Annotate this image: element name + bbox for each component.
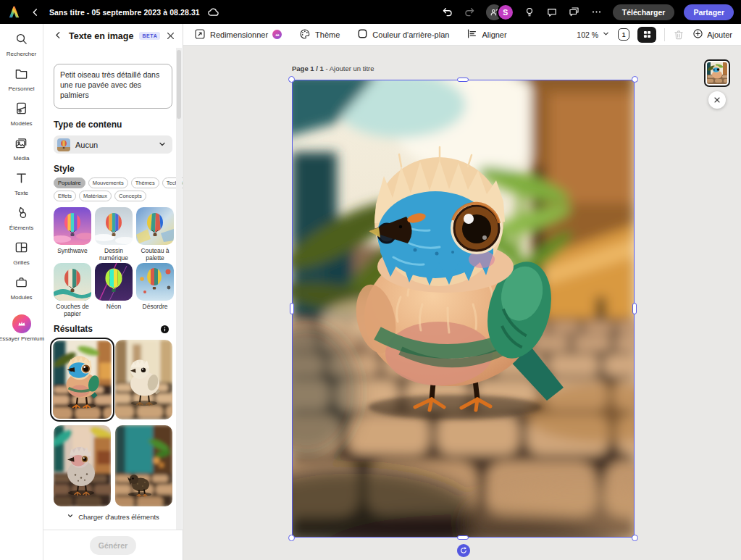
back-icon[interactable] <box>29 6 42 19</box>
pages-view-toggle[interactable] <box>637 27 656 43</box>
scrollbar-thumb[interactable] <box>177 50 181 119</box>
sidebar-item-modeles[interactable]: Modèles <box>0 101 43 127</box>
lightbulb-icon[interactable] <box>523 6 536 19</box>
sidebar-item-grilles[interactable]: Grilles <box>0 241 43 266</box>
panel-content: Petit oiseau très détaillé dans une rue … <box>43 48 183 530</box>
style-card-couches-de-papier[interactable]: Couches de papier <box>54 263 91 317</box>
sidebar-item-rechercher[interactable]: Rechercher <box>0 32 43 57</box>
rotate-icon <box>459 546 468 555</box>
zoom-control[interactable]: 102 % <box>577 30 610 39</box>
generate-button[interactable]: Générer <box>90 536 136 555</box>
undo-icon[interactable] <box>441 6 454 19</box>
theme-button[interactable]: Thème <box>299 28 340 41</box>
page-thumbnail-image <box>707 62 727 84</box>
content-type-dropdown[interactable]: Aucun <box>54 135 172 154</box>
templates-icon <box>14 101 28 118</box>
result-thumbnail-3[interactable] <box>54 425 111 506</box>
result-thumbnail-4[interactable] <box>115 425 172 506</box>
selection-handle-right[interactable] <box>632 303 637 314</box>
style-chip-effets[interactable]: Effets <box>54 191 76 201</box>
sidebar-item-texte[interactable]: Texte <box>0 171 43 196</box>
sidebar-item-elements[interactable]: Éléments <box>0 206 43 231</box>
close-icon <box>713 93 721 106</box>
sidebar-item-media[interactable]: Média <box>0 136 43 162</box>
style-chip-concepts[interactable]: Concepts <box>114 191 146 201</box>
style-card-desordre[interactable]: Désordre <box>136 263 174 317</box>
rotate-handle[interactable] <box>457 544 470 557</box>
add-button[interactable]: Ajouter <box>692 28 732 41</box>
plus-circle-icon <box>692 28 703 41</box>
style-thumbnail <box>136 207 174 245</box>
selection-handle-left[interactable] <box>290 303 294 314</box>
palette-icon <box>299 28 311 41</box>
results-label: Résultats <box>54 324 93 334</box>
chevron-down-icon <box>602 30 610 39</box>
prompt-input[interactable]: Petit oiseau très détaillé dans une rue … <box>54 64 172 109</box>
trash-icon[interactable] <box>673 29 685 41</box>
load-more-link[interactable]: Charger d'autres éléments <box>43 512 183 521</box>
text-icon <box>14 171 28 188</box>
content-type-label: Type de contenu <box>54 120 122 130</box>
style-thumbnail <box>136 263 174 301</box>
download-button[interactable]: Télécharger <box>613 4 675 20</box>
style-chip-materiaux[interactable]: Matériaux <box>79 191 112 201</box>
style-chip-populaire[interactable]: Populaire <box>54 177 85 188</box>
text-to-image-panel: Texte en image BETA Petit oiseau très dé… <box>43 24 183 560</box>
result-image <box>53 340 112 419</box>
align-icon <box>466 28 477 41</box>
folder-icon <box>14 67 28 83</box>
style-card-neon[interactable]: Néon <box>95 263 133 317</box>
page-number-icon[interactable]: 1 <box>618 28 629 41</box>
adobe-express-logo[interactable] <box>6 4 22 20</box>
crown-icon <box>12 314 31 333</box>
document-title[interactable]: Sans titre - 05 septembre 2023 à 08.28.3… <box>49 8 200 17</box>
selection-handle-top-left[interactable] <box>288 76 295 83</box>
media-icon <box>14 136 28 153</box>
canvas-area[interactable]: Page 1 / 1 - Ajouter un titre <box>183 46 741 560</box>
canvas-artboard[interactable] <box>292 80 635 538</box>
elements-icon <box>14 206 28 222</box>
dismiss-thumbnail-button[interactable] <box>708 91 726 109</box>
beta-badge: BETA <box>139 32 160 40</box>
comment-icon[interactable] <box>545 6 558 19</box>
cloud-icon <box>207 6 220 19</box>
style-thumbnail <box>54 207 91 245</box>
selection-handle-bottom-left[interactable] <box>288 535 295 541</box>
style-thumbnail <box>95 207 133 245</box>
style-chip-themes[interactable]: Thèmes <box>131 177 159 188</box>
resize-button[interactable]: Redimensionner <box>194 28 282 41</box>
panel-close-icon[interactable] <box>166 30 175 43</box>
result-thumbnail-2[interactable] <box>115 340 172 419</box>
share-button[interactable]: Partager <box>684 4 734 20</box>
zoom-value: 102 % <box>577 30 598 39</box>
chevron-down-icon <box>67 512 74 521</box>
sidebar-item-modules[interactable]: Modules <box>0 275 43 301</box>
search-icon <box>14 32 28 49</box>
info-icon[interactable] <box>160 324 169 333</box>
align-button[interactable]: Aligner <box>466 28 506 41</box>
panel-scrollbar[interactable] <box>176 48 182 530</box>
sidebar-item-personnel[interactable]: Personnel <box>0 67 43 92</box>
panel-back-icon[interactable] <box>54 30 63 43</box>
style-thumbnail <box>95 263 133 301</box>
collaborators[interactable]: S <box>486 4 514 21</box>
selection-handle-top[interactable] <box>457 78 469 82</box>
result-thumbnail-1-selected[interactable] <box>50 338 114 422</box>
sidebar-item-premium[interactable]: Essayer Premium <box>0 314 43 342</box>
redo-icon[interactable] <box>464 6 477 19</box>
avatar[interactable]: S <box>497 4 514 21</box>
background-color-button[interactable]: Couleur d'arrière-plan <box>357 28 449 41</box>
style-card-couteau-a-palette[interactable]: Couteau à palette <box>136 207 174 262</box>
page-thumbnail[interactable] <box>704 59 730 87</box>
selection-handle-bottom[interactable] <box>457 535 469 540</box>
selection-handle-bottom-right[interactable] <box>632 535 638 541</box>
comments-icon[interactable] <box>568 6 581 19</box>
more-icon[interactable] <box>590 6 603 19</box>
modules-icon <box>14 275 28 292</box>
style-card-synthwave[interactable]: Synthwave <box>54 207 91 262</box>
page-label[interactable]: Page 1 / 1 - Ajouter un titre <box>292 64 374 72</box>
selection-handle-top-right[interactable] <box>632 76 638 83</box>
style-label: Style <box>54 164 75 174</box>
style-card-dessin-numerique[interactable]: Dessin numérique <box>95 207 133 262</box>
style-chip-mouvements[interactable]: Mouvements <box>88 177 128 188</box>
